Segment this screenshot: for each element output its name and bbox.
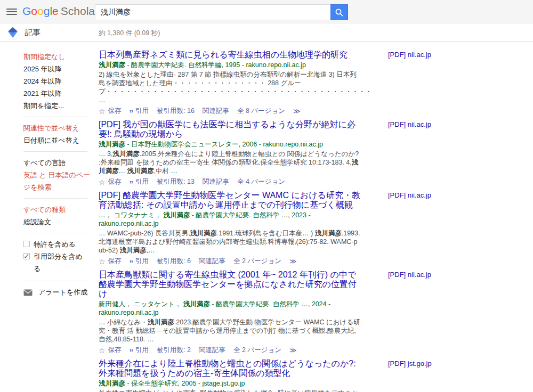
snippet-text: … xyxy=(119,167,127,175)
cite-quote-icon: ” xyxy=(130,110,134,116)
result-title-link[interactable]: 日本産鳥獣類に関する寄生線虫報文 (2001 年~ 2012 年刊行) の中で酪… xyxy=(99,270,357,298)
cite-button[interactable]: ”引用 xyxy=(130,346,149,355)
tab-articles-label: 記事 xyxy=(25,28,41,38)
more-actions-icon[interactable]: ≫ xyxy=(293,107,300,115)
save-button-label: 保存 xyxy=(108,177,122,186)
result-actions: ☆保存”引用被引用数: 16関連記事全 8 バージョン≫ xyxy=(99,107,450,116)
pdf-source-link[interactable]: [PDF] nii.ac.jp xyxy=(388,271,431,279)
pdf-source-link[interactable]: [PDF] nii.ac.jp xyxy=(388,191,431,199)
result-authors-line: 浅川満彦 - 日本野生動物医学会ニュースレター, 2006 - rakuno.r… xyxy=(99,140,361,149)
save-button[interactable]: ☆保存 xyxy=(99,346,122,355)
cite-button[interactable]: ”引用 xyxy=(130,257,149,266)
snippet-text: ,… xyxy=(147,247,155,254)
menu-icon[interactable] xyxy=(6,7,17,15)
search-button[interactable] xyxy=(330,4,348,20)
snippet-text: .1991.琉球列島を含む日本産… ) xyxy=(217,230,315,237)
save-button-label: 保存 xyxy=(108,107,122,116)
result-snippet: … 小綿ななみ・浅川満彦.2023.酪農学園大学野生動 物医学センター WAMC… xyxy=(99,318,361,344)
create-alert-button[interactable]: アラートを作成 xyxy=(23,288,99,297)
result-title: 日本列島産野ネズミ類に見られる寄生線虫相の生物地理学的研究 xyxy=(99,50,361,60)
authors-text: 浅川満彦 xyxy=(99,61,125,69)
result-title-link[interactable]: [PDF] 酪農学園大学野生動物医学センター WAMC における研究・教育活動総… xyxy=(99,191,360,209)
save-button[interactable]: ☆保存 xyxy=(99,177,122,186)
checkbox-unchecked-icon[interactable] xyxy=(23,241,30,247)
envelope-icon xyxy=(23,289,33,296)
snippet-text: 浅川満彦 xyxy=(127,167,154,175)
all-versions-link[interactable]: 全 8 バージョン xyxy=(237,107,285,116)
all-versions-link-label: 全 8 バージョン xyxy=(237,107,285,116)
all-versions-link[interactable]: 全 2 バージョン xyxy=(233,346,281,355)
checkbox-label: 特許を含める xyxy=(34,238,76,250)
sidebar-filter-link[interactable]: 2021 年以降 xyxy=(23,87,92,100)
filter-checkbox-row[interactable]: 引用部分を含める xyxy=(23,250,87,275)
cited-by-link[interactable]: 被引用数: 16 xyxy=(157,107,195,116)
result-side-link: [PDF] nii.ac.jp xyxy=(388,120,431,128)
result-authors-line: 浅川満彦 - 保全生態学研究, 2005 - jstage.jst.go.jp xyxy=(99,379,361,388)
snippet-text: 浅川満彦 xyxy=(148,318,174,326)
cite-button[interactable]: ”引用 xyxy=(130,107,149,116)
all-versions-link-label: 全 2 バージョン xyxy=(233,257,281,266)
cited-by-link[interactable]: 被引用数: 2 xyxy=(157,346,191,355)
sidebar-filter-link[interactable]: 期間を指定... xyxy=(23,100,92,112)
related-articles-link[interactable]: 関連記事 xyxy=(199,257,225,266)
cited-by-link[interactable]: 被引用数: 13 xyxy=(157,177,195,186)
filter-section: すべての言語英語 と 日本語のページを検索 xyxy=(23,157,87,199)
authors-text: …， コワタナナミ， xyxy=(99,211,163,219)
result-side-link: [PDF] nii.ac.jp xyxy=(388,271,431,279)
related-articles-link-label: 関連記事 xyxy=(203,107,229,116)
sidebar-filter-link[interactable]: 2024 年以降 xyxy=(23,75,92,87)
related-articles-link[interactable]: 関連記事 xyxy=(203,177,229,186)
pdf-source-link[interactable]: [PDF] jst.go.jp xyxy=(388,360,432,368)
pdf-source-link[interactable]: [PDF] nii.ac.jp xyxy=(388,120,431,128)
google-logo-letter: o xyxy=(37,5,44,17)
result-snippet: … WAMC-pub-26) 長谷川英男,浅川満彦.1991.琉球列島を含む日本… xyxy=(99,229,361,255)
sidebar-filter-link[interactable]: すべての種類 xyxy=(23,203,92,216)
sidebar-filter-link[interactable]: 総説論文 xyxy=(23,216,92,228)
pdf-source-link[interactable]: [PDF] nii.ac.jp xyxy=(388,51,431,59)
sidebar-filter-link[interactable]: 2025 年以降 xyxy=(23,63,92,75)
related-articles-link[interactable]: 関連記事 xyxy=(199,346,225,355)
all-versions-link[interactable]: 全 2 バージョン xyxy=(233,257,281,266)
more-actions-icon[interactable]: ≫ xyxy=(289,257,296,265)
authors-text: 浅川満彦 xyxy=(99,141,125,148)
sidebar-filter-link[interactable]: 英語 と 日本語のページを検索 xyxy=(23,169,92,193)
save-star-icon: ☆ xyxy=(99,107,106,116)
all-versions-link-label: 全 2 バージョン xyxy=(233,346,281,355)
save-star-icon: ☆ xyxy=(99,178,106,186)
search-input[interactable] xyxy=(95,4,330,20)
save-button[interactable]: ☆保存 xyxy=(99,257,122,266)
checkbox-label: 引用部分を含める xyxy=(34,250,87,275)
sidebar-filter-link[interactable]: 期間指定なし xyxy=(23,51,92,63)
cite-button[interactable]: ”引用 xyxy=(130,177,149,186)
authors-text: 浅川満彦 xyxy=(163,211,190,219)
scholar-logo[interactable]: GoogleScholar xyxy=(22,5,99,18)
result-title-link[interactable]: 外来種介在により陸上脊椎動物と蠕虫との関係はどうなったのか?: 外来種問題を扱う… xyxy=(99,359,356,378)
cited-by-link-label: 被引用数: 13 xyxy=(157,177,195,186)
more-actions-icon[interactable]: ≫ xyxy=(289,346,296,354)
checkbox-checked-icon[interactable] xyxy=(23,253,30,259)
google-logo-letter: g xyxy=(44,5,50,17)
sidebar-filter-link[interactable]: 関連性で並べ替え xyxy=(23,122,92,134)
all-versions-link[interactable]: 全 4 バージョン xyxy=(237,177,285,186)
save-button[interactable]: ☆保存 xyxy=(99,107,122,116)
filter-checkbox-row[interactable]: 特許を含める xyxy=(23,238,87,250)
related-articles-link-label: 関連記事 xyxy=(199,257,225,266)
scholar-logo-text: Scholar xyxy=(61,5,99,17)
authors-text: - 酪農学園大学紀要. 自然科学編, 1995 - rakuno.repo.ni… xyxy=(125,61,306,69)
result-title: 日本産鳥獣類に関する寄生線虫報文 (2001 年~ 2012 年刊行) の中で酪… xyxy=(99,270,361,299)
search-result: 日本産鳥獣類に関する寄生線虫報文 (2001 年~ 2012 年刊行) の中で酪… xyxy=(99,270,450,355)
search-result: [PDF] 酪農学園大学野生動物医学センター WAMC における研究・教育活動総… xyxy=(99,191,450,266)
result-authors-line: 浅川満彦 - 酪農学園大学紀要. 自然科学編, 1995 - rakuno.re… xyxy=(99,61,361,69)
result-side-link: [PDF] nii.ac.jp xyxy=(388,51,431,59)
search-form xyxy=(95,4,348,20)
google-logo-letter: e xyxy=(52,5,59,17)
related-articles-link[interactable]: 関連記事 xyxy=(203,107,229,116)
sidebar-filter-link[interactable]: 日付順に並べ替え xyxy=(23,134,92,146)
related-articles-link-label: 関連記事 xyxy=(199,346,225,355)
sidebar-filter-link[interactable]: すべての言語 xyxy=(23,157,92,169)
result-title-link[interactable]: 日本列島産野ネズミ類に見られる寄生線虫相の生物地理学的研究 xyxy=(99,50,348,59)
result-title-link[interactable]: [PDF] 我が国の獣医学にも法医学に相当するような分野が絶対に必要!: 鳥騒動… xyxy=(99,120,356,138)
filter-section: 期間指定なし2025 年以降2024 年以降2021 年以降期間を指定... xyxy=(23,51,87,117)
cited-by-link[interactable]: 被引用数: 6 xyxy=(157,257,191,266)
result-actions: ☆保存”引用被引用数: 6関連記事全 2 バージョン≫ xyxy=(99,257,450,266)
